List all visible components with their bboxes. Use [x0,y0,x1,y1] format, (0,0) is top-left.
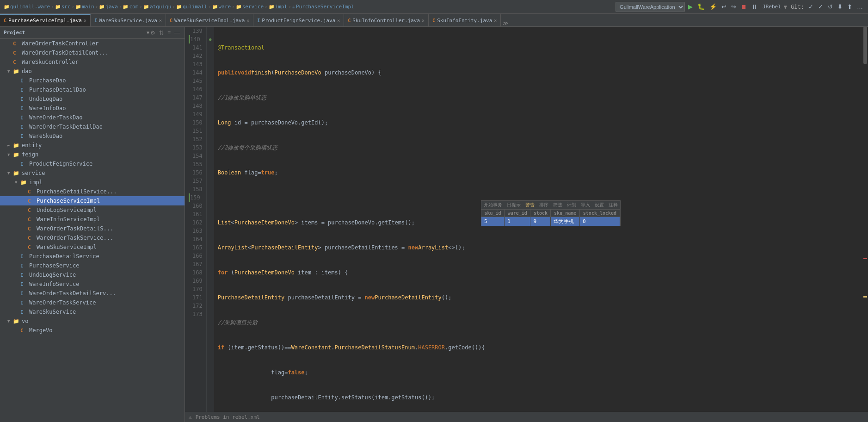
interface-icon: I [20,106,28,112]
panel-settings-btn[interactable]: ⚙ [149,29,156,37]
git-checkmark2[interactable]: ✓ [817,2,825,11]
breadcrumb-file[interactable]: PurchaseServiceImpl [292,4,354,10]
class-icon: C [28,244,35,250]
tab-sku-info-controller[interactable]: C SkuInfoController.java × [344,14,429,26]
project-tree[interactable]: C WareOrderTaskController C WareOrderTas… [0,39,185,422]
panel-sync-btn[interactable]: ⇅ [158,29,165,37]
tab-overflow[interactable]: ≫ [503,20,509,26]
tooltip-tab-sort[interactable]: 排序 [537,201,551,209]
code-line-143: //2修改每个采购项状态 [218,143,859,152]
tree-item-WareInfoDao[interactable]: I WareInfoDao [0,104,185,113]
breadcrumb-gulimall[interactable]: gulimall [176,4,207,10]
panel-gear-btn[interactable]: ≡ [166,29,172,37]
pause-button[interactable]: ⏸ [750,2,759,11]
git-checkmark1[interactable]: ✓ [807,2,815,11]
tree-item-PurchaseDetailService[interactable]: I PurchaseDetailService [0,252,185,261]
tab-close-btn[interactable]: × [84,18,86,23]
tree-folder-vo[interactable]: ▼ 📁 vo [0,316,185,326]
tooltip-tab-filter[interactable]: 筛选 [551,201,565,209]
tree-folder-feign[interactable]: ▼ 📁 feign [0,150,185,159]
debug-button[interactable]: 🐛 [696,2,706,11]
tab-close-btn[interactable]: × [422,18,425,23]
interface-icon: I [20,78,28,84]
tree-item-WareOrderTaskDetailServiceImpl[interactable]: C WareOrderTaskDetailS... [0,224,185,233]
tree-item-PurchaseDao[interactable]: I PurchaseDao [0,76,185,85]
scroll-indicator[interactable] [862,27,868,412]
tab-close-btn[interactable]: × [337,18,340,23]
git-push[interactable]: ⬇ [836,2,844,11]
tooltip-tab-settings[interactable]: 设置 [592,201,606,209]
tree-item-WareOrderTaskService[interactable]: I WareOrderTaskService [0,298,185,307]
coverage-button[interactable]: ⚡ [708,2,718,11]
panel-minimize-btn[interactable]: — [173,29,181,37]
breadcrumb-atguigu[interactable]: atguigu [143,4,171,10]
warning-icon: ⚠ [189,414,192,420]
tree-folder-dao[interactable]: ▼ 📁 dao [0,67,185,76]
breadcrumb-gulimall-ware[interactable]: gulimall-ware [4,4,50,10]
tree-item-WareOrderTaskServiceImpl[interactable]: C WareOrderTaskService... [0,233,185,242]
tab-close-btn[interactable]: × [494,18,497,23]
tree-item-WareSkuDao[interactable]: I WareSkuDao [0,131,185,141]
tree-item-WareOrderTaskController[interactable]: C WareOrderTaskController [0,39,185,48]
tree-item-WareOrderTaskDao[interactable]: I WareOrderTaskDao [0,113,185,122]
status-problems[interactable]: Problems in rebel.xml [196,414,260,420]
tab-close-btn[interactable]: × [246,18,249,23]
tree-item-UndoLogDao[interactable]: I UndoLogDao [0,94,185,104]
tab-interface-icon: I [94,18,97,23]
breadcrumb: gulimall-ware › src › main › java › com … [4,4,616,10]
tab-sku-info-entity[interactable]: C SkuInfoEntity.java × [429,14,501,26]
folder-icon: 📁 [13,68,20,74]
tree-item-WareSkuController[interactable]: C WareSkuController [0,57,185,67]
tab-close-btn[interactable]: × [159,18,162,23]
tree-item-WareInfoServiceImpl[interactable]: C WareInfoServiceImpl [0,215,185,224]
jrebel-label: JRebel [763,4,781,10]
breadcrumb-com[interactable]: com [123,4,138,10]
tree-item-WareOrderTaskDetailDao[interactable]: I WareOrderTaskDetailDao [0,122,185,131]
tooltip-tab-import[interactable]: 导入 [579,201,592,209]
tree-item-WareSkuService[interactable]: I WareSkuService [0,307,185,316]
tooltip-tab-warning[interactable]: 警告 [523,201,537,209]
run-button[interactable]: ▶ [687,2,694,11]
git-refresh[interactable]: ↺ [826,2,834,11]
table-row[interactable]: 5 1 9 华为手机 0 [481,217,620,226]
tooltip-tab-log[interactable]: 日提示 [505,201,523,209]
rerun-button[interactable]: ↩ [720,2,728,11]
breadcrumb-service[interactable]: service [236,4,264,10]
tree-item-UndoLogService[interactable]: I UndoLogService [0,270,185,279]
tree-item-PurchaseDetailDao[interactable]: I PurchaseDetailDao [0,85,185,94]
breadcrumb-impl[interactable]: impl [269,4,288,10]
breadcrumb-ware[interactable]: ware [212,4,231,10]
tooltip-tab-plan[interactable]: 计划 [565,201,579,209]
tree-folder-impl[interactable]: ▼ 📁 impl [0,178,185,187]
tree-folder-service[interactable]: ▼ 📁 service [0,168,185,178]
tab-purchase-service-impl[interactable]: C PurchaseServiceImpl.java × [0,14,91,26]
class-icon: C [13,59,20,65]
tree-item-WareInfoService[interactable]: I WareInfoService [0,279,185,289]
tree-item-WareOrderTaskDetailServ[interactable]: I WareOrderTaskDetailServ... [0,289,185,298]
breadcrumb-java[interactable]: java [99,4,118,10]
tooltip-tab-comments[interactable]: 注释 [606,201,620,209]
folder-icon: 📁 [13,170,20,176]
tab-ware-sku-service[interactable]: I WareSkuService.java × [91,14,166,26]
tree-item-PurchaseDetailServiceImpl[interactable]: C PurchaseDetailService... [0,187,185,196]
git-pull[interactable]: ⬆ [846,2,854,11]
tree-folder-entity[interactable]: ► 📁 entity [0,141,185,150]
git-more[interactable]: … [856,2,864,11]
tab-product-feign-service[interactable]: I ProductFeignService.java × [253,14,344,26]
run-config-select[interactable]: GulimallWareApplication [616,2,685,12]
tooltip-tab-transaction[interactable]: 开始事务 [481,201,505,209]
tab-ware-sku-service-impl[interactable]: C WareSkuServiceImpl.java × [166,14,253,26]
breadcrumb-src[interactable]: src [55,4,71,10]
stop-button[interactable]: ⏹ [739,2,748,11]
breadcrumb-main[interactable]: main [75,4,94,10]
tree-item-MergeVo[interactable]: C MergeVo [0,326,185,335]
tree-item-UndoLogServiceImpl[interactable]: C UndoLogServiceImpl [0,205,185,215]
tree-item-WareSkuServiceImpl[interactable]: C WareSkuServiceImpl [0,242,185,252]
code-line-141: //1修改采购单状态 [218,93,859,102]
tree-item-WareOrderTaskDetailCont[interactable]: C WareOrderTaskDetailCont... [0,48,185,57]
class-icon: C [28,198,35,204]
tree-item-ProductFeignService[interactable]: I ProductFeignService [0,159,185,168]
forward-button[interactable]: ↪ [730,2,738,11]
tree-item-PurchaseService[interactable]: I PurchaseService [0,261,185,270]
tree-item-PurchaseServiceImpl[interactable]: C PurchaseServiceImpl [0,196,185,205]
